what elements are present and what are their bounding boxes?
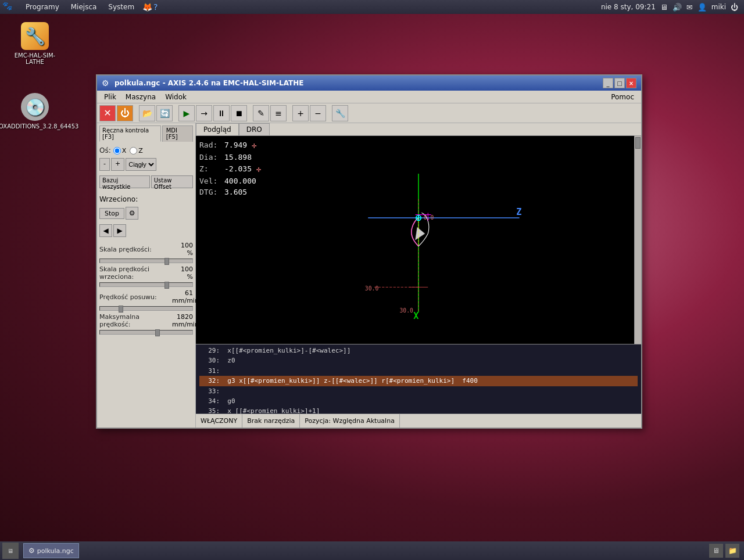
skala-wrzeciona-label: Skala prędkości wrzeciona: [99, 265, 171, 281]
desktop-icon-vbox[interactable]: 💿 VBOXADDITIONS_3.2.8_64453 [12, 93, 58, 130]
jog-row: - + Ciągły [99, 158, 193, 171]
open-window-button[interactable]: ⚙ polkula.ngc [23, 543, 79, 558]
max-slider-thumb[interactable] [155, 329, 160, 336]
skala-wrz-val: 100 % [173, 265, 193, 281]
pause-button[interactable]: ⏸ [213, 105, 230, 121]
max-label: Maksymalna prędkość: [99, 313, 170, 328]
top-menu: Programy Miejsca System [16, 2, 139, 12]
maximize-button[interactable]: □ [614, 78, 625, 88]
emc-icon-label: EMC-HAL-SIM-LATHE [12, 52, 58, 65]
code-line: 34: g0 [199, 396, 638, 406]
view-tabs: Podgląd DRO [196, 123, 641, 136]
left-tab-bar: Ręczna kontrola [F3] MDI [F5] [99, 125, 193, 142]
spindle-settings-button[interactable]: ⚙ [126, 207, 138, 220]
menu-maszyna[interactable]: Maszyna [121, 92, 160, 102]
help-icon[interactable]: ? [153, 2, 158, 12]
power-icon[interactable]: ⏻ [731, 3, 738, 12]
taskbar-folder-icon[interactable]: 📁 [725, 544, 739, 558]
monitor-icon[interactable]: 🖥 [660, 3, 668, 12]
minimize-button[interactable]: _ [603, 78, 613, 88]
spindle-arrow-btns: ◀ ▶ [99, 224, 193, 237]
speed-section: Skala prędkości: 100 % Skala prędkości w… [99, 242, 193, 335]
skala-slider-track[interactable] [99, 259, 193, 263]
vbox-icon-img: 💿 [21, 93, 49, 121]
toolbar: ✕ ⏻ 📂 🔄 ▶ → ⏸ ⏹ ✎ ≡ + − 🔧 [97, 103, 641, 123]
right-panel: Podgląd DRO Rad: 7.949 ✛ Dia: 15.898 [196, 123, 641, 428]
axis-row: Oś: X Z [99, 146, 193, 155]
user-label: miki [711, 3, 726, 11]
power-button[interactable]: ⏻ [117, 105, 133, 121]
predkosc-slider-thumb[interactable] [119, 306, 123, 313]
jog-plus-button[interactable]: + [111, 158, 124, 171]
code-area[interactable]: 29: x[[#<promien_kulki>]-[#<walec>]] 30:… [196, 344, 641, 414]
reload-button[interactable]: 🔄 [156, 105, 173, 121]
radio-z-option[interactable]: Z [130, 147, 143, 155]
code-line: 35: x [[#<promien_kulki>]+1] [199, 406, 638, 414]
firefox-icon[interactable]: 🦊 [142, 2, 152, 12]
spindle-stop-button[interactable]: Stop [99, 208, 124, 219]
open-button[interactable]: 📂 [139, 105, 155, 121]
toolbar-separator-3 [248, 105, 252, 121]
radio-x-option[interactable]: X [113, 147, 127, 155]
menu-plik[interactable]: Plik [99, 92, 121, 102]
estop-button[interactable]: ✕ [99, 105, 116, 121]
svg-marker-10 [416, 227, 425, 240]
menu-widok[interactable]: Widok [160, 92, 191, 102]
jog-minus-button[interactable]: - [99, 158, 110, 171]
mail-icon[interactable]: ✉ [686, 3, 693, 12]
run-button[interactable]: ▶ [178, 105, 195, 121]
tab-reczna[interactable]: Ręczna kontrola [F3] [99, 125, 161, 142]
svg-text:X: X [413, 311, 419, 321]
skala-val: 100 % [173, 242, 193, 257]
desktop-icon-emc[interactable]: 🔧 EMC-HAL-SIM-LATHE [12, 22, 58, 65]
skala-slider-thumb[interactable] [164, 258, 169, 265]
window-titlebar: ⚙ polkula.ngc - AXIS 2.4.6 na EMC-HAL-SI… [97, 76, 641, 91]
close-button[interactable]: × [626, 78, 636, 88]
stop-button[interactable]: ⏹ [231, 105, 247, 121]
axis-radio-group: X Z [113, 147, 143, 155]
menu-pomoc[interactable]: Pomoc [606, 92, 639, 102]
vbox-icon-label: VBOXADDITIONS_3.2.8_64453 [0, 123, 78, 130]
tab-dro[interactable]: DRO [239, 123, 270, 135]
step-button[interactable]: → [196, 105, 212, 121]
spindle-row: Wrzeciono: [99, 195, 193, 203]
list-button[interactable]: ≡ [270, 105, 287, 121]
add-button[interactable]: + [292, 105, 309, 121]
radio-x[interactable] [113, 147, 121, 155]
predkosc-posuwu-row: Prędkość posuwu: 61 mm/min [99, 289, 193, 304]
touch-button[interactable]: ✎ [253, 105, 269, 121]
os-label: Oś: [99, 146, 111, 155]
top-menu-miejsca[interactable]: Miejsca [66, 2, 102, 12]
preview-area[interactable]: Rad: 7.949 ✛ Dia: 15.898 Z: -2.035 ✛ V [196, 136, 641, 344]
tab-mdi[interactable]: MDI [F5] [162, 125, 193, 142]
volume-icon[interactable]: 🔊 [673, 3, 682, 12]
scrollbar-thumb[interactable] [635, 137, 641, 149]
predkosc-val: 61 mm/min [172, 289, 193, 304]
preview-scrollbar[interactable] [634, 136, 641, 344]
ustaw-offset-button[interactable]: Ustaw Offset [151, 175, 193, 188]
jog-mode-select[interactable]: Ciągły [126, 158, 156, 171]
show-desktop-button[interactable]: 🖥 [2, 543, 19, 559]
predkosc-slider-track[interactable] [99, 306, 193, 311]
spindle-arrow-left[interactable]: ◀ [99, 224, 112, 237]
top-menu-programy[interactable]: Programy [21, 2, 64, 12]
skala-wrz-slider-track[interactable] [99, 282, 193, 287]
skala-label: Skala prędkości: [99, 246, 171, 253]
taskbar-desktop-icon[interactable]: 🖥 [709, 544, 723, 558]
max-slider-track[interactable] [99, 330, 193, 335]
bazuj-button[interactable]: Bazuj wszystkie [99, 175, 150, 188]
window-controls: _ □ × [603, 78, 636, 88]
status-segment-2: Brak narzędzia [242, 414, 300, 428]
skala-wrz-slider-thumb[interactable] [164, 282, 169, 289]
wrench-button[interactable]: 🔧 [332, 105, 348, 121]
top-menu-system[interactable]: System [103, 2, 139, 12]
user-icon[interactable]: 👤 [698, 3, 707, 12]
radio-x-label: X [122, 147, 127, 155]
spindle-controls: Stop ⚙ [99, 207, 193, 220]
tab-podglad[interactable]: Podgląd [196, 123, 239, 135]
radio-z[interactable] [130, 147, 137, 155]
content-area: Ręczna kontrola [F3] MDI [F5] Oś: X Z [97, 123, 641, 428]
minus-button[interactable]: − [310, 105, 326, 121]
spindle-arrow-right[interactable]: ▶ [113, 224, 126, 237]
status-segment-3: Pozycja: Względna Aktualna [300, 414, 400, 428]
